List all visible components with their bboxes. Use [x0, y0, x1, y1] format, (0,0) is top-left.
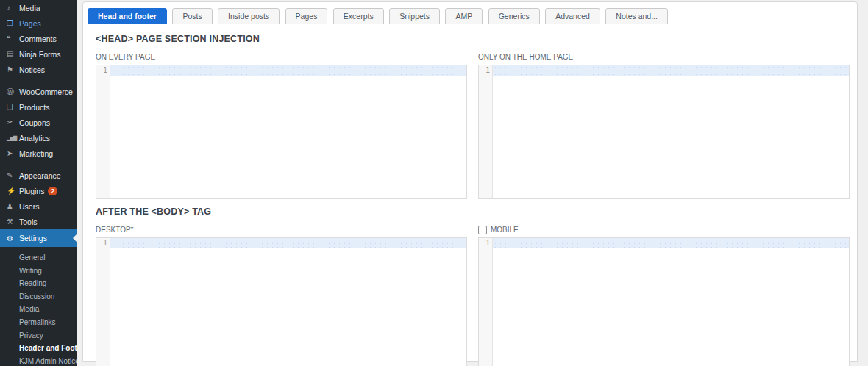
plugin-icon: ⚡	[7, 187, 19, 195]
sidebar-item-products[interactable]: ❑ Products	[0, 99, 77, 115]
sidebar-item-plugins[interactable]: ⚡ Plugins 2	[0, 183, 77, 198]
active-line-highlight	[110, 238, 466, 248]
submenu-item-general[interactable]: General	[0, 251, 77, 265]
mobile-checkbox[interactable]	[478, 226, 487, 234]
sidebar-item-comments[interactable]: ❝ Comments	[0, 31, 77, 46]
tab-advanced[interactable]: Advanced	[545, 8, 600, 24]
sidebar-item-label: Appearance	[19, 171, 61, 180]
sidebar-item-label: Products	[19, 103, 49, 112]
sidebar-item-label: Notices	[19, 65, 45, 74]
code-area[interactable]	[110, 238, 466, 366]
tab-pages[interactable]: Pages	[285, 8, 328, 24]
sidebar-item-tools[interactable]: ⚒ Tools	[0, 214, 77, 229]
section-heading-after-body-tag: AFTER THE <BODY> TAG	[96, 207, 850, 217]
plugins-update-badge: 2	[48, 187, 57, 195]
sidebar-item-users[interactable]: ♟ Users	[0, 198, 77, 214]
tab-content: <HEAD> PAGE SECTION INJECTION ON EVERY P…	[83, 24, 857, 366]
sidebar-item-label: Comments	[19, 35, 57, 43]
tab-notes[interactable]: Notes and...	[605, 8, 668, 24]
settings-panel: Head and footer Posts Inside posts Pages…	[82, 1, 858, 362]
ninja-forms-icon: ▤	[7, 50, 19, 58]
line-number-gutter: 1	[479, 65, 493, 198]
sidebar-item-label: Settings	[19, 234, 47, 243]
sidebar-item-label: WooCommerce	[19, 87, 73, 96]
sidebar-item-label: Plugins	[19, 187, 44, 195]
editor-label-mobile: MOBILE	[478, 225, 850, 234]
submenu-item-reading[interactable]: Reading	[0, 277, 77, 290]
megaphone-icon: ➤	[7, 149, 19, 157]
submenu-item-privacy[interactable]: Privacy	[0, 329, 77, 342]
products-icon: ❑	[7, 103, 19, 111]
woocommerce-icon: Ⓦ	[7, 87, 19, 97]
active-line-highlight	[110, 65, 466, 76]
code-editor-only-home-page[interactable]: 1	[478, 65, 850, 199]
tab-posts[interactable]: Posts	[172, 8, 212, 24]
sidebar-item-analytics[interactable]: ▂▅▇ Analytics	[0, 130, 77, 146]
tab-snippets[interactable]: Snippets	[389, 8, 440, 24]
submenu-item-media[interactable]: Media	[0, 303, 77, 316]
sidebar-item-label: Ninja Forms	[19, 50, 61, 59]
sidebar-item-label: Pages	[19, 19, 41, 28]
coupons-icon: ✂	[7, 118, 19, 126]
admin-sidebar: ♪ Media ❐ Pages ❝ Comments ▤ Ninja Forms…	[0, 0, 77, 366]
active-line-highlight	[493, 65, 849, 76]
sidebar-item-ninja-forms[interactable]: ▤ Ninja Forms	[0, 46, 77, 62]
sidebar-item-marketing[interactable]: ➤ Marketing	[0, 146, 77, 161]
code-editor-mobile[interactable]: 1	[478, 237, 850, 366]
submenu-item-permalinks[interactable]: Permalinks	[0, 316, 77, 329]
sidebar-item-label: Marketing	[19, 149, 53, 158]
sidebar-item-media[interactable]: ♪ Media	[0, 0, 77, 15]
tab-excerpts[interactable]: Excerpts	[333, 8, 384, 24]
sidebar-item-appearance[interactable]: ✎ Appearance	[0, 168, 77, 183]
editor-label-desktop: DESKTOP*	[96, 225, 467, 234]
active-line-highlight	[493, 238, 849, 248]
tab-head-and-footer[interactable]: Head and footer	[88, 8, 167, 24]
tab-generics[interactable]: Generics	[488, 8, 540, 24]
submenu-item-writing[interactable]: Writing	[0, 265, 77, 278]
sidebar-item-label: Analytics	[19, 134, 50, 143]
settings-icon: ⚙	[7, 234, 19, 243]
sidebar-item-woocommerce[interactable]: Ⓦ WooCommerce	[0, 84, 77, 99]
code-editor-desktop[interactable]: 1	[96, 237, 467, 366]
editor-label-text: ONLY ON THE HOME PAGE	[478, 53, 573, 61]
submenu-item-kjm-admin-notices[interactable]: KJM Admin Notices	[0, 355, 77, 366]
settings-submenu: General Writing Reading Discussion Media…	[0, 251, 77, 366]
brush-icon: ✎	[7, 171, 19, 179]
tab-bar: Head and footer Posts Inside posts Pages…	[83, 2, 857, 24]
media-icon: ♪	[7, 4, 19, 12]
user-icon: ♟	[7, 202, 19, 210]
line-number-gutter: 1	[96, 65, 110, 198]
sidebar-item-pages[interactable]: ❐ Pages	[0, 15, 77, 31]
code-area[interactable]	[493, 65, 849, 198]
submenu-item-discussion[interactable]: Discussion	[0, 290, 77, 304]
sidebar-item-label: Media	[19, 4, 40, 12]
code-editor-on-every-page[interactable]: 1	[96, 65, 467, 199]
sidebar-item-label: Coupons	[19, 118, 50, 127]
bar-chart-icon: ▂▅▇	[7, 135, 19, 141]
code-area[interactable]	[493, 238, 849, 366]
editor-label-text: ON EVERY PAGE	[96, 53, 155, 61]
submenu-item-header-and-footer[interactable]: Header and Footer	[0, 342, 77, 355]
pin-icon: ⚑	[7, 65, 19, 73]
editor-label-on-every-page: ON EVERY PAGE	[96, 52, 467, 62]
section-heading-head-injection: <HEAD> PAGE SECTION INJECTION	[96, 34, 850, 44]
code-area[interactable]	[110, 65, 466, 198]
line-number-gutter: 1	[479, 238, 493, 366]
sidebar-item-settings[interactable]: ⚙ Settings	[0, 229, 77, 247]
tab-amp[interactable]: AMP	[445, 8, 483, 24]
editor-label-text: MOBILE	[491, 226, 519, 234]
editor-label-only-home-page: ONLY ON THE HOME PAGE	[478, 52, 850, 62]
sidebar-item-notices[interactable]: ⚑ Notices	[0, 62, 77, 77]
tab-inside-posts[interactable]: Inside posts	[218, 8, 280, 24]
comments-icon: ❝	[7, 35, 19, 43]
line-number-gutter: 1	[96, 238, 110, 366]
pages-icon: ❐	[7, 19, 19, 27]
sidebar-item-label: Tools	[19, 218, 38, 226]
sidebar-item-label: Users	[19, 202, 39, 211]
sidebar-item-coupons[interactable]: ✂ Coupons	[0, 115, 77, 130]
editor-label-text: DESKTOP*	[96, 226, 134, 234]
wrench-icon: ⚒	[7, 218, 19, 226]
